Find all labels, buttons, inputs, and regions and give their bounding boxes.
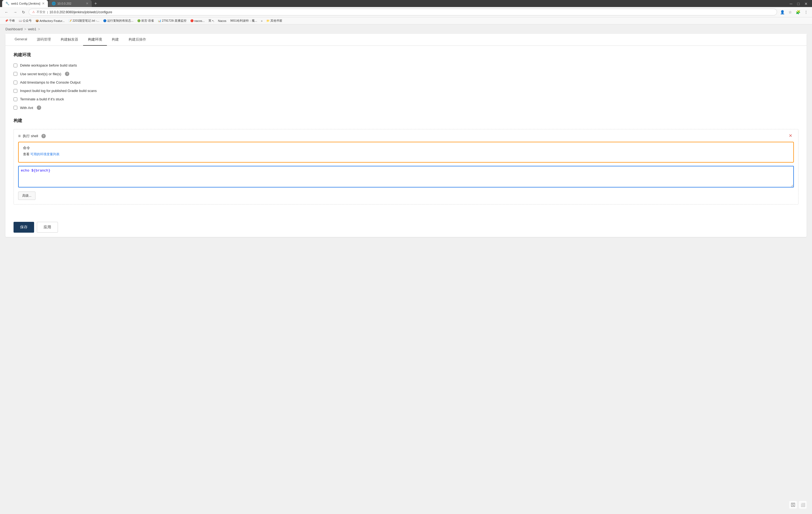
extensions-icon[interactable]: 🧩 <box>795 9 801 15</box>
shell-close-button[interactable]: ✕ <box>787 132 794 139</box>
build-env-section: 构建环境 Delete workspace before build start… <box>13 52 799 110</box>
tab2-favicon: 🌐 <box>52 2 56 5</box>
close-button[interactable]: ✕ <box>802 1 810 7</box>
window-controls: ─ □ ✕ <box>788 1 810 7</box>
main-panel: General 源码管理 构建触发器 构建环境 构建 构建后操作 构建环境 De… <box>5 34 807 237</box>
refresh-button[interactable]: ↻ <box>21 9 27 15</box>
cb-secret-help[interactable]: ? <box>65 72 69 76</box>
env-link-anchor[interactable]: 可用的环境变量列表 <box>30 152 60 156</box>
shell-title: 执行 shell <box>23 133 38 139</box>
tab-triggers[interactable]: 构建触发器 <box>56 34 83 46</box>
cb-with-ant-help[interactable]: ? <box>37 105 41 110</box>
bookmark-qianfeng[interactable]: 📌 千峰 <box>3 18 17 23</box>
cb-terminate[interactable] <box>13 97 17 101</box>
bookmark-monitor[interactable]: 📊 2791728-直播监控 <box>156 18 188 23</box>
tab2-title: 10.0.0.202 <box>57 2 84 5</box>
bookmark-monitor-icon: 📊 <box>158 19 161 22</box>
minimize-button[interactable]: ─ <box>788 1 795 7</box>
tab2-close[interactable]: ✕ <box>86 2 88 5</box>
star-icon[interactable]: ☆ <box>788 9 793 15</box>
shell-header: ≡ 执行 shell ? ✕ <box>18 133 794 139</box>
bookmarks-bar: 📌 千峰 📖 公众号 📦 Artifactory Featur... 📝 220… <box>0 17 812 24</box>
cb-gradle[interactable] <box>13 89 17 93</box>
bookmark-nacos1[interactable]: 🔴 nacos... <box>188 19 206 23</box>
browser-toolbar: ← → ↻ ⚠ 不安全 | 10.0.0.202:8080/jenkins/jo… <box>0 7 812 17</box>
bookmark-english[interactable]: 英 •, <box>207 18 216 23</box>
advanced-button[interactable]: 高级... <box>18 191 35 200</box>
cb-with-ant-label: With Ant <box>20 106 33 110</box>
browser-chrome: 🔧 web1 Config [Jenkins] ✕ 🌐 10.0.0.202 ✕… <box>0 0 812 24</box>
bookmark-art-label: Artifactory Featur... <box>39 19 65 23</box>
bookmark-others-label: 其他书签 <box>270 19 282 23</box>
breadcrumb-sep2: > <box>38 27 40 31</box>
tab-bar: 🔧 web1 Config [Jenkins] ✕ 🌐 10.0.0.202 ✕… <box>0 0 812 7</box>
shell-help[interactable]: ? <box>41 134 46 138</box>
apply-button[interactable]: 应用 <box>37 222 58 233</box>
bookmark-yuque[interactable]: 🟢 前言·语雀 <box>136 18 156 23</box>
env-link-prefix: 查看 <box>23 152 29 156</box>
tab-source[interactable]: 源码管理 <box>32 34 56 46</box>
address-text: 10.0.0.202:8080/jenkins/job/web1/configu… <box>50 10 774 14</box>
bookmark-qianfeng-icon: 📌 <box>5 19 8 22</box>
bookmark-others-icon: 📁 <box>266 19 269 22</box>
profile-icon[interactable]: 👤 <box>779 9 785 15</box>
bookmark-gzh-icon: 📖 <box>19 19 22 22</box>
command-label: 命令 <box>23 146 789 150</box>
bookmark-gzh-label: 公众号 <box>23 19 32 23</box>
save-button[interactable]: 保存 <box>13 222 34 233</box>
tab-general[interactable]: General <box>10 34 32 46</box>
bookmark-nacos2-label: Nacos <box>218 19 226 23</box>
bookmark-more[interactable]: » <box>259 19 264 23</box>
checkbox-with-ant: With Ant ? <box>13 105 799 110</box>
checkbox-secret: Use secret text(s) or file(s) ? <box>13 72 799 76</box>
bookmark-nacos1-label: nacos... <box>194 19 205 23</box>
bookmark-stateful[interactable]: 🔵 运行复制的有状态... <box>102 18 135 23</box>
cb-delete-workspace[interactable] <box>13 64 17 67</box>
env-link: 查看 可用的环境变量列表 <box>23 152 789 157</box>
breadcrumb-dashboard[interactable]: Dashboard <box>5 27 23 31</box>
tab1-title: web1 Config [Jenkins] <box>11 2 40 5</box>
build-title: 构建 <box>13 118 799 124</box>
bookmark-yuque-icon: 🟢 <box>137 19 141 22</box>
tab1-close[interactable]: ✕ <box>42 2 45 5</box>
cb-timestamps[interactable] <box>13 81 17 84</box>
security-icon: ⚠ <box>32 10 35 14</box>
command-highlight-box: 命令 查看 可用的环境变量列表 <box>18 142 794 162</box>
action-buttons: 保存 应用 <box>5 217 807 237</box>
command-textarea[interactable] <box>18 166 794 187</box>
breadcrumb: Dashboard > web1 > <box>0 24 812 34</box>
bookmark-notes-icon: 📝 <box>68 19 72 22</box>
forward-button[interactable]: → <box>12 9 19 15</box>
bookmark-qianfeng-label: 千峰 <box>9 19 15 23</box>
bookmark-harry[interactable]: 9651哈利波特：魔... <box>228 18 259 23</box>
bookmark-others[interactable]: 📁 其他书签 <box>265 18 284 23</box>
tab-ip[interactable]: 🌐 10.0.0.202 ✕ <box>49 0 92 7</box>
cb-with-ant[interactable] <box>13 106 17 110</box>
bookmark-notes-label: 2201随堂笔记.txt -... <box>72 19 99 23</box>
tab-build[interactable]: 构建 <box>107 34 124 46</box>
toolbar-icons: 👤 ☆ 🧩 ⋮ <box>779 9 809 15</box>
tab-post[interactable]: 构建后操作 <box>124 34 151 46</box>
bookmark-nacos2[interactable]: Nacos <box>216 19 228 23</box>
tab-web1[interactable]: 🔧 web1 Config [Jenkins] ✕ <box>2 0 48 7</box>
menu-icon[interactable]: ⋮ <box>803 9 809 15</box>
cb-secret[interactable] <box>13 72 17 76</box>
cb-terminate-label: Terminate a build if it's stuck <box>20 97 64 101</box>
checkbox-gradle: Inspect build log for published Gradle b… <box>13 89 799 93</box>
address-separator: | <box>47 10 48 14</box>
bookmark-notes[interactable]: 📝 2201随堂笔记.txt -... <box>67 18 101 23</box>
bookmark-artifactory[interactable]: 📦 Artifactory Featur... <box>34 19 66 23</box>
tab-environment[interactable]: 构建环境 <box>83 34 107 46</box>
back-button[interactable]: ← <box>3 9 10 15</box>
bookmark-stateful-icon: 🔵 <box>103 19 106 22</box>
page-content: Dashboard > web1 > General 源码管理 构建触发器 构建… <box>0 24 812 237</box>
cb-delete-label: Delete workspace before build starts <box>20 63 77 67</box>
bookmark-gongzhonghao[interactable]: 📖 公众号 <box>17 18 33 23</box>
breadcrumb-sep1: > <box>24 27 27 31</box>
new-tab-button[interactable]: + <box>92 0 99 7</box>
security-label: 不安全 <box>36 10 46 14</box>
breadcrumb-web1[interactable]: web1 <box>28 27 36 31</box>
bookmark-monitor-label: 2791728-直播监控 <box>162 19 186 23</box>
address-bar[interactable]: ⚠ 不安全 | 10.0.0.202:8080/jenkins/job/web1… <box>29 9 777 16</box>
maximize-button[interactable]: □ <box>795 1 802 7</box>
